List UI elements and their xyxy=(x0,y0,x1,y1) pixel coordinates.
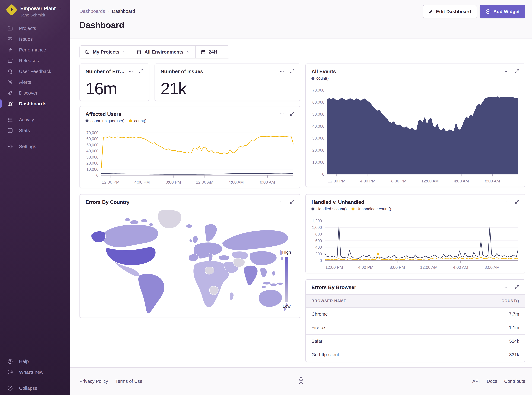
plus-circle-icon xyxy=(485,9,491,14)
date-range-filter[interactable]: 24H xyxy=(195,46,229,58)
sidebar-item-releases[interactable]: Releases xyxy=(0,55,70,66)
terms-of-use-link[interactable]: Terms of Use xyxy=(115,379,142,384)
api-link[interactable]: API xyxy=(472,379,480,384)
sidebar-item-stats[interactable]: Stats xyxy=(0,125,70,136)
sidebar-item-label: Help xyxy=(19,359,29,364)
breadcrumb: Dashboards › Dashboard xyxy=(80,8,135,14)
svg-text:12:00 AM: 12:00 AM xyxy=(421,179,439,183)
org-switcher[interactable]: Empower Plant Jane Schmidt xyxy=(0,0,70,23)
sidebar-item-projects[interactable]: Projects xyxy=(0,23,70,34)
widget-menu-ellipsis-icon[interactable] xyxy=(504,200,509,204)
svg-text:4:00 AM: 4:00 AM xyxy=(454,179,469,183)
svg-text:50,000: 50,000 xyxy=(312,112,324,116)
sidebar-item-label: Collapse xyxy=(19,385,38,391)
table-row: Firefox 1.1m xyxy=(306,321,525,335)
widget-number-of-errors: Number of Err… 16m xyxy=(80,64,149,101)
cell-count: 1.1m xyxy=(509,325,519,330)
legend-item: count_unique(user) xyxy=(86,119,125,123)
widget-menu-ellipsis-icon[interactable] xyxy=(279,69,284,74)
table-row: Chrome 7.7m xyxy=(306,307,525,321)
org-name: Empower Plant xyxy=(20,6,61,11)
project-filter-label: My Projects xyxy=(93,49,119,55)
world-map xyxy=(82,208,298,314)
svg-text:30,000: 30,000 xyxy=(312,136,324,140)
breadcrumb-dashboards[interactable]: Dashboards xyxy=(80,9,105,14)
edit-dashboard-label: Edit Dashboard xyxy=(436,9,471,14)
releases-icon xyxy=(7,58,13,64)
widget-menu-ellipsis-icon[interactable] xyxy=(279,111,284,116)
sidebar-item-user-feedback[interactable]: User Feedback xyxy=(0,66,70,77)
broadcast-icon xyxy=(7,369,13,375)
widget-expand-icon[interactable] xyxy=(515,69,520,74)
svg-text:8:00 AM: 8:00 AM xyxy=(485,179,500,183)
sidebar-item-activity[interactable]: Activity xyxy=(0,114,70,125)
sidebar-item-settings[interactable]: Settings xyxy=(0,141,70,152)
widget-expand-icon[interactable] xyxy=(290,111,295,116)
sidebar-collapse-button[interactable]: Collapse xyxy=(0,383,70,394)
add-widget-label: Add Widget xyxy=(493,9,520,14)
alerts-icon xyxy=(7,79,13,85)
svg-text:8:00 AM: 8:00 AM xyxy=(260,180,275,185)
project-filter[interactable]: My Projects xyxy=(80,46,131,58)
table-row: Safari 524k xyxy=(306,335,525,348)
svg-text:4:00 PM: 4:00 PM xyxy=(360,179,375,183)
widget-menu-ellipsis-icon[interactable] xyxy=(128,69,133,74)
help-icon xyxy=(7,359,13,364)
legend-item: Unhandled : count() xyxy=(352,207,391,211)
sidebar-item-dashboards[interactable]: Dashboards xyxy=(0,98,70,109)
sidebar-item-whats-new[interactable]: What's new xyxy=(0,367,70,378)
affected-users-chart: 010,00020,00030,00040,00050,00060,00070,… xyxy=(81,130,298,187)
sidebar-footer: Help What's new Collapse xyxy=(0,356,70,394)
table-row: Go-http-client 331k xyxy=(306,348,525,361)
widget-title: Number of Err… xyxy=(86,69,125,74)
performance-icon xyxy=(7,47,13,53)
contribute-link[interactable]: Contribute xyxy=(504,379,525,384)
sidebar-item-label: Dashboards xyxy=(19,101,46,106)
column-count: COUNT() xyxy=(501,299,519,303)
all-events-chart: 010,00020,00030,00040,00050,00060,00070,… xyxy=(307,88,523,185)
legend-dot xyxy=(311,208,315,210)
sentry-logo-icon xyxy=(297,376,305,387)
environment-filter[interactable]: All Environments xyxy=(131,46,195,58)
cell-browser-name: Safari xyxy=(311,339,323,344)
legend-item: count() xyxy=(311,76,329,81)
sidebar-item-discover[interactable]: Discover xyxy=(0,88,70,98)
org-logo-icon xyxy=(5,4,18,16)
projects-icon xyxy=(85,49,90,55)
chevron-down-icon xyxy=(58,7,61,11)
widget-menu-ellipsis-icon[interactable] xyxy=(279,200,284,204)
widget-expand-icon[interactable] xyxy=(139,69,144,74)
chevron-down-icon xyxy=(122,50,126,54)
sidebar-item-alerts[interactable]: Alerts xyxy=(0,77,70,88)
pencil-icon xyxy=(429,9,434,14)
svg-text:12:00 AM: 12:00 AM xyxy=(196,180,213,185)
sentry-dashboard-app: Empower Plant Jane Schmidt Projects Issu… xyxy=(0,0,532,395)
widget-expand-icon[interactable] xyxy=(515,285,520,290)
privacy-policy-link[interactable]: Privacy Policy xyxy=(80,379,108,384)
sidebar-item-label: Issues xyxy=(19,36,33,42)
sidebar-nav: Projects Issues Performance Releases Use… xyxy=(0,23,70,152)
svg-text:40,000: 40,000 xyxy=(87,149,98,153)
widget-title: Errors By Country xyxy=(86,199,129,205)
svg-text:4:00 PM: 4:00 PM xyxy=(358,265,374,270)
widget-expand-icon[interactable] xyxy=(290,200,295,204)
widget-expand-icon[interactable] xyxy=(515,200,520,204)
add-widget-button[interactable]: Add Widget xyxy=(480,5,525,18)
widget-errors-by-country: Errors By Country xyxy=(80,194,300,318)
sidebar-item-label: Releases xyxy=(19,58,39,63)
svg-text:4:00 AM: 4:00 AM xyxy=(229,180,244,185)
sidebar-item-help[interactable]: Help xyxy=(0,356,70,367)
widget-title: All Events xyxy=(311,69,336,74)
big-number-value: 16m xyxy=(86,79,117,98)
docs-link[interactable]: Docs xyxy=(487,379,497,384)
widget-menu-ellipsis-icon[interactable] xyxy=(504,69,509,74)
svg-text:200: 200 xyxy=(315,252,322,256)
legend-item: Handled : count() xyxy=(311,207,347,211)
widget-expand-icon[interactable] xyxy=(290,69,295,74)
svg-text:0: 0 xyxy=(322,172,324,176)
edit-dashboard-button[interactable]: Edit Dashboard xyxy=(423,5,477,18)
widget-menu-ellipsis-icon[interactable] xyxy=(504,285,509,290)
sidebar-item-performance[interactable]: Performance xyxy=(0,44,70,55)
sidebar-item-issues[interactable]: Issues xyxy=(0,34,70,44)
widget-title: Errors By Browser xyxy=(311,285,356,290)
